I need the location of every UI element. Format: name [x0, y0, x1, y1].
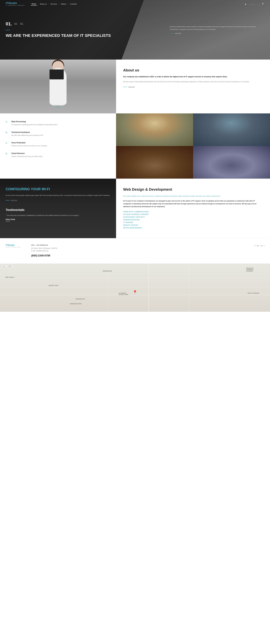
linkedin-icon[interactable]: in: [261, 244, 262, 247]
service-desc-b: We offer high-skilled help and assistanc…: [11, 134, 44, 137]
logo-it: IT: [6, 2, 8, 4]
person-name: Gloria Mann: [52, 104, 64, 106]
service-link-1[interactable]: 24-HOUR TECHNICAL SUPPORT: [123, 214, 263, 215]
service-name-d: Cloud Services: [11, 152, 43, 154]
user-icon[interactable]: ▲: [245, 3, 246, 5]
service-item-d: D. Cloud Services Upload, download and s…: [6, 152, 110, 158]
service-name-b: Technical Assistance: [11, 131, 44, 133]
map-label-sunset: SUNSET PARK: [49, 285, 59, 286]
nav-sep-2: /: [49, 3, 49, 5]
services-image-4: [193, 146, 270, 178]
logo-studio: Studio: [8, 2, 17, 4]
logo-text: ITStudio: [6, 2, 25, 5]
map-button[interactable]: Map: [2, 265, 6, 267]
map-road-h2: [0, 288, 270, 288]
service-info-d: Cloud Services Upload, download and stor…: [11, 152, 43, 158]
web-title: Web Design & Development: [123, 187, 263, 192]
map-controls: Map Satellite: [2, 265, 13, 267]
footer-logo-sub: © 2017 | Privacy Policy: [6, 246, 26, 248]
search-input[interactable]: [248, 3, 260, 5]
map-road-h1: [0, 278, 270, 278]
satellite-button[interactable]: Satellite: [7, 265, 13, 267]
hero-num-1[interactable]: 01.: [6, 21, 12, 26]
hero-underline: [6, 30, 10, 30]
read-more-line: [170, 33, 174, 34]
hero-slide-numbers: 01. 02. 03.: [6, 21, 111, 26]
nav-contacts[interactable]: Contacts: [69, 2, 78, 6]
nav-services[interactable]: Services: [50, 2, 58, 6]
services-image-2: [193, 114, 270, 146]
hero-read-more[interactable]: read more: [170, 32, 264, 34]
services-links-list: FIBER-OPTIC COMMUNICATION 24-HOUR TECHNI…: [123, 211, 263, 229]
map-label-borough: BOROUGH PARK: [70, 303, 82, 304]
service-letter-d: D.: [6, 152, 9, 158]
testimonials-title: Testimonials: [6, 208, 110, 212]
map-label-flatbush: FLATBUSHDITMAS PARK: [119, 292, 128, 295]
googleplus-icon[interactable]: G+: [257, 244, 259, 247]
hero-num-2[interactable]: 02.: [14, 22, 18, 25]
wifi-underline-bar: [6, 200, 10, 200]
service-info-a: Data Processing Our high-end computing p…: [11, 120, 58, 126]
wifi-section: CONFIGURING YOUR WI-FI As one of the mos…: [0, 178, 270, 238]
service-link-2[interactable]: CONFIGURING YOUR WI-FI: [123, 216, 263, 218]
testimonial-text: “ Your team has succeeded in establishin…: [6, 214, 110, 217]
person-body: [50, 68, 67, 105]
map-label-eflatbush: EAST FLATBUSH: [248, 292, 259, 294]
nav-gallery[interactable]: Gallery: [60, 2, 67, 6]
service-name-c: Virus Protection: [11, 142, 47, 144]
about-image: Gloria Mann (client): [0, 60, 116, 114]
footer-email: E-mail: mail@demolink.org: [31, 250, 48, 252]
service-link-5[interactable]: REMOTE SUPPORT: [123, 224, 263, 226]
footer-logo: ITStudio © 2017 | Privacy Policy: [6, 244, 26, 258]
service-link-6[interactable]: DEVICE MAINTENANCE: [123, 227, 263, 229]
wifi-title: CONFIGURING YOUR WI-FI: [6, 187, 110, 191]
wifi-description: As one of the most popular network types…: [6, 194, 110, 197]
nav-about[interactable]: About us: [39, 2, 48, 6]
service-info-c: Virus Protection Perfect local and inter…: [11, 142, 47, 147]
web-intro: We create websites your customers will l…: [123, 195, 263, 198]
nav-home[interactable]: Home: [31, 2, 37, 6]
footer-phone: (800)-2345-6789: [31, 253, 57, 258]
map-label-greenwood: GREENWOOD: [103, 270, 112, 272]
wifi-content: CONFIGURING YOUR WI-FI As one of the mos…: [6, 187, 110, 222]
footer-address: USA - LOS ANGELES 901 East E Street, Wil…: [31, 244, 57, 258]
map-label-kensington: KENSINGTON: [76, 298, 85, 300]
nav-sep-4: /: [68, 3, 69, 5]
service-desc-d: Upload, download and store your data onl…: [11, 155, 43, 158]
quote-open: “: [6, 214, 6, 216]
header: ITStudio IT support company Home / About…: [0, 0, 270, 8]
wifi-read-more-area: read more: [6, 200, 110, 201]
service-link-0[interactable]: FIBER-OPTIC COMMUNICATION: [123, 211, 263, 212]
service-link-4[interactable]: IT TRAINING: [123, 222, 263, 223]
service-link-3[interactable]: TROUBLESHOOTING: [123, 219, 263, 220]
service-item-c: C. Virus Protection Perfect local and in…: [6, 142, 110, 147]
service-desc-a: Our high-end computing powers are availa…: [11, 124, 58, 126]
hero-num-3[interactable]: 03.: [20, 22, 24, 25]
search-icon[interactable]: 🔍: [262, 3, 264, 5]
footer-logo-it: IT: [6, 244, 8, 246]
wifi-left: CONFIGURING YOUR WI-FI As one of the mos…: [0, 178, 116, 238]
hero-title: WE ARE THE EXPERIENCED TEAM OF IT SPECIA…: [6, 33, 111, 38]
service-letter-a: A.: [6, 120, 9, 126]
service-item-b: B. Technical Assistance We offer high-sk…: [6, 131, 110, 137]
wifi-read-more[interactable]: read more: [11, 200, 17, 201]
about-read-more[interactable]: read more: [128, 86, 135, 88]
facebook-icon[interactable]: f: [255, 244, 255, 247]
web-content: Web Design & Development We create websi…: [116, 178, 270, 238]
about-section: Gloria Mann (client) About us Our compan…: [0, 60, 270, 114]
web-body: For 8 years of our company's development…: [123, 200, 263, 208]
laptop: [50, 70, 64, 80]
map-label-prospect: PROSPECTLEFFERTSGARDENS: [246, 268, 254, 272]
main-nav: Home / About us / Services / Gallery / C…: [31, 2, 245, 6]
hero-description: We have implemented a great number of bu…: [170, 25, 264, 30]
service-letter-c: C.: [6, 142, 9, 147]
footer-logo-studio: Studio: [8, 244, 15, 246]
about-body: We are a team of high-skilled profession…: [123, 80, 263, 83]
footer-inner: ITStudio © 2017 | Privacy Policy USA - L…: [6, 244, 264, 258]
twitter-icon[interactable]: t: [264, 244, 264, 247]
service-letter-b: B.: [6, 131, 9, 137]
testimonials-box: Testimonials “ Your team has succeeded i…: [6, 208, 110, 222]
service-desc-c: Perfect local and internet security for …: [11, 144, 47, 147]
about-content: About us Our company was established in …: [116, 60, 270, 114]
map-road-v3: [189, 264, 189, 312]
